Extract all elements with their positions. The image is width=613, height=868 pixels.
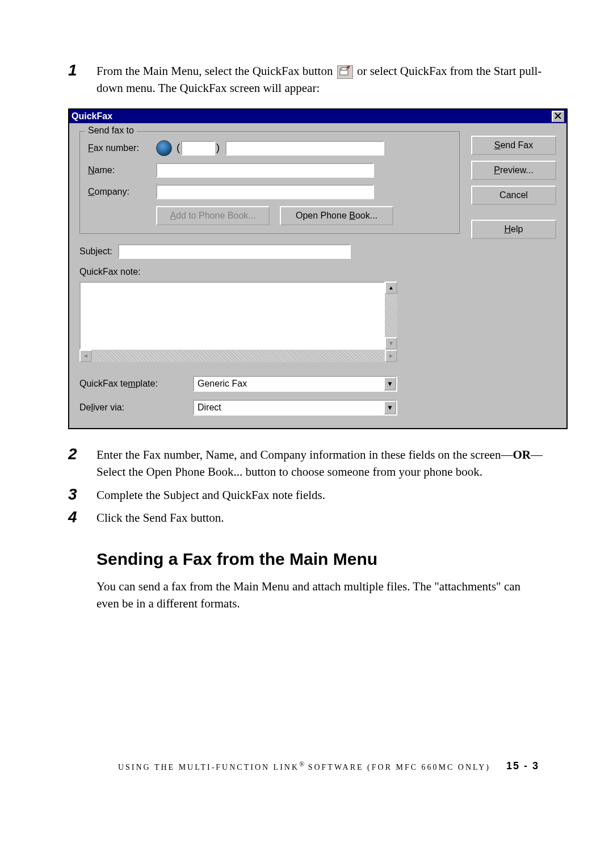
deliver-value: Direct [194,402,384,413]
paren-close: ) [216,142,220,154]
globe-icon[interactable] [156,140,172,156]
scroll-right-button[interactable]: ► [385,350,397,362]
section-paragraph: You can send a fax from the Main Menu an… [96,578,545,613]
svg-rect-1 [341,68,347,70]
registered-mark: ® [299,760,304,768]
add-to-phonebook-button: Add to Phone Book... [156,206,270,225]
fax-number-row: Fax number: ( ) [88,140,451,156]
footer-text: USING THE MULTI-FUNCTION LINK® SOFTWARE … [118,760,490,772]
deliver-combo[interactable]: Direct ▼ [193,400,397,416]
note-hscrollbar[interactable]: ◄ ► [79,350,397,362]
template-dropdown-arrow[interactable]: ▼ [384,377,396,391]
page-number: 15 - 3 [506,760,539,772]
step-2-or: OR [513,448,531,462]
groupbox-legend: Send fax to [86,125,136,136]
note-vscrollbar[interactable]: ▲ ▼ [385,282,397,350]
dialog-body: Send fax to Fax number: ( ) Name: [69,123,566,428]
phonebook-button-row: Add to Phone Book... Open Phone Book... [156,206,451,225]
dialog-titlebar: QuickFax [69,110,566,123]
step-4: 4 Click the Send Fax button. [68,509,545,526]
step-number-1: 1 [68,62,96,78]
send-fax-to-group: Send fax to Fax number: ( ) Name: [79,131,460,234]
preview-button[interactable]: Preview... [471,161,556,180]
send-fax-button[interactable]: Send Fax [471,136,556,155]
company-input[interactable] [156,184,374,199]
step-number-3: 3 [68,487,96,502]
scroll-left-button[interactable]: ◄ [79,350,92,362]
deliver-dropdown-arrow[interactable]: ▼ [384,401,396,414]
paren-open: ( [177,142,180,154]
step-2-text-a: Enter the Fax number, Name, and Company … [96,448,513,462]
company-row: Company: [88,184,451,199]
fax-number-input[interactable] [225,141,384,156]
name-row: Name: [88,163,451,178]
quickfax-dialog: QuickFax Send fax to Fax number: ( ) [68,108,568,429]
template-value: Generic Fax [194,379,384,389]
template-row: QuickFax template: Generic Fax ▼ [79,376,460,392]
quickfax-note-wrap: ▲ ▼ [79,282,397,350]
dialog-left-column: Send fax to Fax number: ( ) Name: [79,131,460,416]
subject-row: Subject: [79,244,460,259]
page-footer: USING THE MULTI-FUNCTION LINK® SOFTWARE … [68,760,545,773]
step-2: 2 Enter the Fax number, Name, and Compan… [68,446,545,481]
step-1: 1 From the Main Menu, select the QuickFa… [68,62,545,97]
step-4-text: Click the Send Fax button. [96,509,224,526]
dialog-title: QuickFax [72,111,112,121]
close-button[interactable] [552,111,564,122]
step-2-text: Enter the Fax number, Name, and Company … [96,446,545,481]
document-page: 1 From the Main Menu, select the QuickFa… [0,0,613,806]
help-button[interactable]: Help [471,220,556,239]
section-heading: Sending a Fax from the Main Menu [96,550,545,569]
subject-input[interactable] [118,244,351,259]
template-combo[interactable]: Generic Fax ▼ [193,376,397,392]
scroll-up-button[interactable]: ▲ [385,282,397,294]
cancel-button[interactable]: Cancel [471,186,556,205]
deliver-row: Deliver via: Direct ▼ [79,400,460,416]
step-1-text: From the Main Menu, select the QuickFax … [96,62,545,97]
step-3-text: Complete the Subject and QuickFax note f… [96,487,325,504]
step-number-2: 2 [68,446,96,462]
fax-number-label: Fax number: [88,143,156,153]
quickfax-note-label: QuickFax note: [79,267,460,277]
step-number-4: 4 [68,509,96,525]
footer-text-a: USING THE MULTI-FUNCTION LINK [118,762,299,771]
dialog-right-column: Send Fax Preview... Cancel Help [471,131,556,416]
step-1-text-a: From the Main Menu, select the QuickFax … [96,64,333,78]
name-input[interactable] [156,163,374,178]
fax-area-code-input[interactable] [181,141,215,156]
template-label: QuickFax template: [79,379,193,389]
open-phonebook-button[interactable]: Open Phone Book... [280,206,393,225]
quickfax-toolbar-icon [337,65,353,79]
deliver-label: Deliver via: [79,402,193,413]
quickfax-dialog-screenshot: QuickFax Send fax to Fax number: ( ) [68,108,545,429]
company-label: Company: [88,187,156,197]
quickfax-note-textarea[interactable] [79,282,385,350]
step-3: 3 Complete the Subject and QuickFax note… [68,487,545,504]
scroll-down-button[interactable]: ▼ [385,337,397,350]
subject-label: Subject: [79,246,112,257]
footer-text-b: SOFTWARE (FOR MFC 660MC ONLY) [304,762,490,771]
name-label: Name: [88,165,156,175]
